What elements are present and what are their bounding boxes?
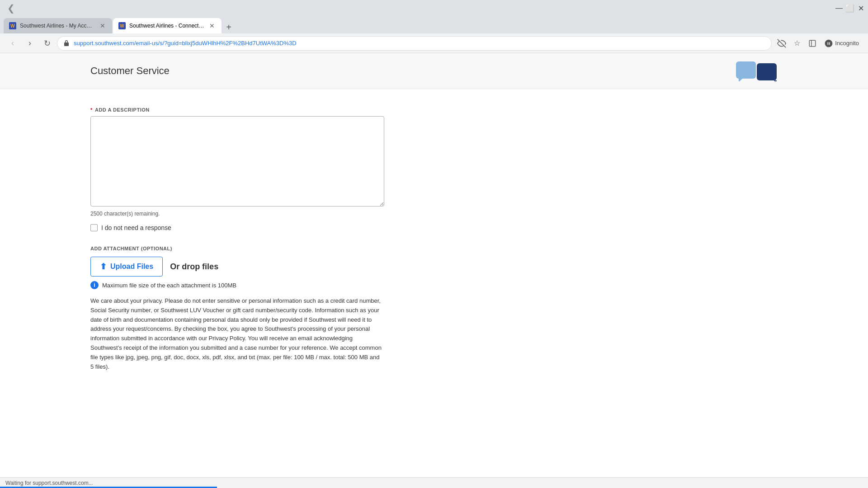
no-track-icon <box>777 39 786 48</box>
attachment-label: ADD ATTACHMENT (OPTIONAL) <box>90 246 778 251</box>
required-indicator: * <box>90 107 93 113</box>
no-response-label[interactable]: I do not need a response <box>101 224 171 231</box>
attachment-section: ADD ATTACHMENT (OPTIONAL) ⬆ Upload Files… <box>90 246 778 371</box>
svg-marker-6 <box>774 80 777 81</box>
incognito-badge: Incognito <box>821 39 863 48</box>
upload-files-button[interactable]: ⬆ Upload Files <box>90 257 163 277</box>
back-button[interactable]: ‹ <box>5 36 20 51</box>
svg-rect-3 <box>736 61 756 79</box>
url-text: support.southwest.com/email-us/s/?guid=b… <box>74 40 766 47</box>
file-size-info-row: i Maximum file size of the each attachme… <box>90 281 778 289</box>
browser-window: ❮ — ⬜ ✕ W Southwest Airlines - My Accou.… <box>0 0 868 488</box>
tabs-bar: W Southwest Airlines - My Accou... ✕ W S… <box>0 16 868 33</box>
close-button[interactable]: ✕ <box>857 5 864 12</box>
svg-marker-4 <box>739 79 742 81</box>
svg-rect-5 <box>757 63 777 80</box>
no-response-row: I do not need a response <box>90 224 778 231</box>
page-header: Customer Service <box>0 53 868 89</box>
page-content: Customer Service * ADD A DESCRIPTION <box>0 53 868 477</box>
info-icon: i <box>90 281 99 289</box>
drop-files-text: Or drop files <box>170 262 218 272</box>
svg-rect-1 <box>809 40 816 47</box>
title-bar: ❮ — ⬜ ✕ <box>0 0 868 16</box>
status-bar: Waiting for support.southwest.com... <box>0 477 868 488</box>
sidebar-button[interactable] <box>805 36 820 51</box>
tab1-favicon: W <box>9 22 16 29</box>
tab2-favicon: W <box>118 22 126 29</box>
sidebar-icon <box>808 39 816 47</box>
incognito-icon <box>824 39 833 48</box>
upload-icon: ⬆ <box>100 262 107 272</box>
bookmark-button[interactable]: ☆ <box>790 36 804 51</box>
privacy-text: We care about your privacy. Please do no… <box>90 296 384 371</box>
max-file-info: Maximum file size of the each attachment… <box>102 282 236 289</box>
new-tab-button[interactable]: + <box>222 21 235 33</box>
incognito-label: Incognito <box>835 40 859 47</box>
forward-button[interactable]: › <box>23 36 37 51</box>
form-section: * ADD A DESCRIPTION 2500 character(s) re… <box>0 89 868 389</box>
status-text: Waiting for support.southwest.com... <box>5 480 93 486</box>
navigation-toolbar: ‹ › ↻ support.southwest.com/email-us/s/?… <box>0 33 868 53</box>
lock-icon <box>63 40 70 47</box>
description-textarea[interactable] <box>90 116 384 206</box>
browser-tab-1[interactable]: W Southwest Airlines - My Accou... ✕ <box>4 18 112 33</box>
chat-bubble-icon-2 <box>754 61 778 81</box>
tab2-title: Southwest Airlines - Connect Vi... <box>129 23 204 29</box>
description-label: * ADD A DESCRIPTION <box>90 107 778 113</box>
tab-back-nav[interactable]: ❮ <box>4 1 18 15</box>
refresh-button[interactable]: ↻ <box>40 36 54 51</box>
upload-area: ⬆ Upload Files Or drop files <box>90 257 778 277</box>
browser-tab-2[interactable]: W Southwest Airlines - Connect Vi... ✕ <box>113 18 222 33</box>
tab1-title: Southwest Airlines - My Accou... <box>20 23 95 29</box>
eye-slash-icon-button[interactable] <box>774 36 789 51</box>
no-response-checkbox[interactable] <box>90 224 98 231</box>
minimize-button[interactable]: — <box>835 5 843 12</box>
address-bar[interactable]: support.southwest.com/email-us/s/?guid=b… <box>57 36 772 51</box>
upload-btn-label: Upload Files <box>110 263 153 271</box>
page-title: Customer Service <box>90 65 170 77</box>
toolbar-icons: ☆ Incognito <box>774 36 863 51</box>
window-controls: — ⬜ ✕ <box>835 5 864 12</box>
char-count: 2500 character(s) remaining. <box>90 211 778 217</box>
chat-icon-container <box>735 61 778 81</box>
maximize-button[interactable]: ⬜ <box>846 5 854 12</box>
description-field-group: * ADD A DESCRIPTION 2500 character(s) re… <box>90 107 778 217</box>
tab2-close-button[interactable]: ✕ <box>208 22 216 30</box>
tab1-close-button[interactable]: ✕ <box>99 22 107 30</box>
